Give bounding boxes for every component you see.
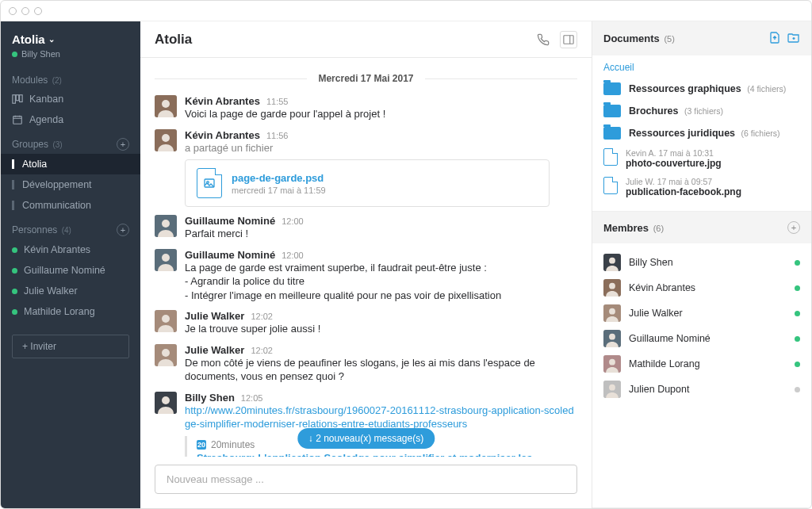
panel-toggle-button[interactable]: [560, 31, 577, 48]
svg-point-18: [162, 349, 170, 357]
sidebar-item-label: Agenda: [29, 114, 63, 125]
sidebar-person-item[interactable]: Julie Walker: [1, 281, 140, 301]
sidebar-person-item[interactable]: Mathilde Lorang: [1, 301, 140, 322]
avatar[interactable]: [155, 392, 177, 414]
kanban-icon: [12, 94, 23, 105]
avatar[interactable]: [155, 129, 177, 151]
add-group-button[interactable]: +: [117, 138, 129, 151]
message-input[interactable]: Nouveau message ...: [155, 465, 577, 494]
svg-point-36: [609, 334, 615, 340]
message-time: 12:02: [251, 312, 273, 321]
message-author: Julie Walker: [185, 344, 244, 356]
message-author: Julie Walker: [185, 310, 244, 322]
folder-row[interactable]: Brochures (3 fichiers): [603, 100, 800, 122]
member-name: Julie Walker: [629, 308, 795, 319]
folder-row[interactable]: Ressources juridiques (6 fichiers): [603, 122, 800, 144]
section-people-count: (4): [62, 226, 71, 235]
section-modules-label: Modules: [12, 75, 48, 86]
sidebar-person-item[interactable]: Guillaume Nominé: [1, 260, 140, 281]
documents-breadcrumb[interactable]: Accueil: [603, 62, 800, 78]
invite-button[interactable]: + Inviter: [12, 335, 129, 358]
documents-count: (5): [664, 34, 674, 44]
sidebar-group-item[interactable]: Atolia: [1, 154, 140, 174]
sidebar-item-agenda[interactable]: Agenda: [1, 109, 140, 130]
avatar: [603, 279, 621, 297]
message-author: Guillaume Nominé: [185, 249, 275, 261]
avatar[interactable]: [155, 310, 177, 332]
current-user[interactable]: Billy Shen: [12, 49, 129, 59]
document-icon: [603, 177, 618, 194]
document-row[interactable]: Kevin A. 17 mai à 10:31photo-couverture.…: [603, 144, 800, 173]
section-groups-label: Groupes: [12, 139, 48, 150]
upload-file-icon[interactable]: [768, 31, 781, 46]
message-row: Julie Walker12:02De mon côté je viens de…: [155, 344, 577, 384]
member-row[interactable]: Kévin Abrantes: [603, 275, 800, 300]
right-panel: Documents (5) Accueil Ressources graphiq…: [592, 21, 811, 508]
call-button[interactable]: [534, 31, 552, 48]
svg-point-16: [162, 315, 170, 323]
svg-point-38: [609, 359, 615, 365]
message-time: 11:56: [266, 131, 289, 140]
traffic-light-max[interactable]: [34, 7, 42, 15]
section-groups-header: Groupes (3) +: [1, 130, 140, 154]
folder-meta: (3 fichiers): [684, 106, 723, 116]
document-name: publication-facebook.png: [626, 186, 741, 197]
svg-point-32: [609, 283, 615, 289]
channel-bar-icon: [12, 201, 14, 210]
message-author: Kévin Abrantes: [185, 129, 260, 141]
avatar[interactable]: [155, 249, 177, 271]
channel-title: Atolia: [155, 32, 192, 48]
new-folder-icon[interactable]: [787, 31, 800, 46]
member-row[interactable]: Julie Walker: [603, 300, 800, 326]
sidebar-item-kanban[interactable]: Kanban: [1, 89, 140, 109]
add-person-button[interactable]: +: [117, 224, 129, 236]
avatar[interactable]: [155, 215, 177, 237]
avatar[interactable]: [155, 95, 177, 117]
document-meta: Julie W. 17 mai à 09:57: [626, 177, 741, 186]
traffic-light-min[interactable]: [21, 7, 29, 15]
message-author: Kévin Abrantes: [185, 95, 260, 107]
member-row[interactable]: Billy Shen: [603, 250, 800, 275]
message-time: 12:02: [251, 346, 273, 355]
avatar: [603, 304, 621, 322]
add-member-button[interactable]: +: [787, 221, 800, 234]
message-row: Julie Walker12:02Je la trouve super joli…: [155, 310, 577, 336]
avatar: [603, 355, 621, 373]
folder-row[interactable]: Ressources graphiques (4 fichiers): [603, 78, 800, 100]
svg-rect-0: [13, 95, 16, 104]
member-row[interactable]: Guillaume Nominé: [603, 326, 800, 351]
section-people-header: Personnes (4) +: [1, 216, 140, 239]
sidebar-item-label: Kanban: [29, 94, 63, 105]
sidebar-item-label: Kévin Abrantes: [24, 244, 90, 255]
team-switcher[interactable]: Atolia ⌄: [12, 33, 129, 46]
sidebar-item-label: Guillaume Nominé: [24, 265, 105, 276]
svg-rect-1: [16, 95, 19, 101]
svg-rect-3: [13, 117, 22, 124]
messages-scroll[interactable]: Mercredi 17 Mai 2017 Kévin Abrantes11:55…: [140, 58, 592, 457]
presence-dot-icon: [12, 247, 17, 253]
document-name: photo-couverture.jpg: [626, 158, 722, 169]
member-name: Julien Dupont: [629, 384, 795, 395]
avatar: [603, 330, 621, 347]
app-window: Atolia ⌄ Billy Shen Modules (2) Kanban A…: [0, 0, 812, 509]
member-row[interactable]: Julien Dupont: [603, 377, 800, 402]
message-row: Guillaume Nominé12:00La page de garde es…: [155, 249, 577, 303]
file-attachment[interactable]: page-de-garde.psdmercredi 17 mai à 11:59: [185, 159, 550, 207]
message-row: Kévin Abrantes11:56a partagé un fichier …: [155, 129, 577, 208]
member-row[interactable]: Mathilde Lorang: [603, 351, 800, 377]
folder-icon: [603, 127, 621, 140]
sidebar-group-item[interactable]: Développement: [1, 174, 140, 195]
sidebar-group-item[interactable]: Communication: [1, 195, 140, 216]
section-people-label: Personnes: [12, 224, 57, 235]
traffic-light-close[interactable]: [9, 7, 17, 15]
avatar[interactable]: [155, 344, 177, 366]
document-row[interactable]: Julie W. 17 mai à 09:57publication-faceb…: [603, 173, 800, 201]
svg-rect-4: [564, 35, 573, 44]
chevron-down-icon: ⌄: [48, 35, 55, 44]
message-link[interactable]: http://www.20minutes.fr/strasbourg/19600…: [185, 404, 574, 431]
svg-point-12: [162, 220, 170, 228]
sidebar-person-item[interactable]: Kévin Abrantes: [1, 239, 140, 260]
new-messages-pill[interactable]: ↓ 2 nouveau(x) message(s): [297, 428, 435, 449]
file-date: mercredi 17 mai à 11:59: [232, 186, 326, 195]
svg-point-20: [162, 396, 170, 404]
